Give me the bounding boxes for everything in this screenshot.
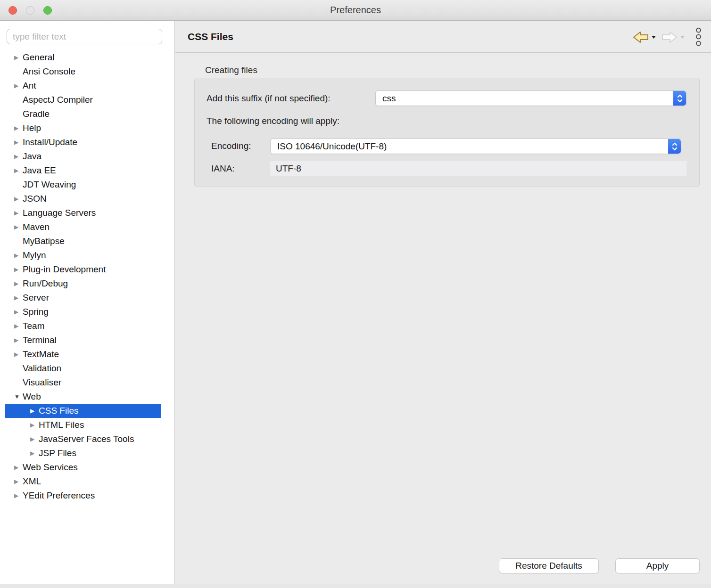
preference-tree: ▶GeneralAnsi Console▶AntAspectJ Compiler… xyxy=(0,50,174,503)
tree-item-label: Terminal xyxy=(23,335,57,345)
tree-item-visualiser[interactable]: Visualiser xyxy=(5,376,161,390)
chevron-right-icon[interactable]: ▶ xyxy=(14,224,23,230)
tree-item-json[interactable]: ▶JSON xyxy=(5,192,161,206)
tree-item-label: Mylyn xyxy=(23,250,46,261)
chevron-right-icon[interactable]: ▶ xyxy=(14,280,23,287)
chevron-right-icon[interactable]: ▶ xyxy=(14,266,23,273)
tree-item-ansi-console[interactable]: Ansi Console xyxy=(5,65,161,79)
tree-item-label: XML xyxy=(23,476,41,487)
tree-item-jdt-weaving[interactable]: JDT Weaving xyxy=(5,178,161,192)
tree-item-spring[interactable]: ▶Spring xyxy=(5,305,161,319)
chevron-right-icon[interactable]: ▶ xyxy=(14,492,23,499)
tree-item-yedit-preferences[interactable]: ▶YEdit Preferences xyxy=(5,489,161,503)
tree-item-html-files[interactable]: ▶HTML Files xyxy=(5,418,161,432)
tree-item-team[interactable]: ▶Team xyxy=(5,319,161,333)
chevron-right-icon[interactable]: ▶ xyxy=(14,196,23,202)
tree-item-label: Help xyxy=(23,123,41,133)
tree-item-label: TextMate xyxy=(23,349,59,359)
tree-item-label: Java xyxy=(23,151,41,162)
tree-item-javaserver-faces-tools[interactable]: ▶JavaServer Faces Tools xyxy=(5,432,161,446)
tree-item-java[interactable]: ▶Java xyxy=(5,149,161,163)
chevron-right-icon[interactable]: ▶ xyxy=(14,167,23,174)
restore-defaults-button[interactable]: Restore Defaults xyxy=(499,558,599,573)
tree-item-java-ee[interactable]: ▶Java EE xyxy=(5,163,161,178)
chevron-right-icon[interactable]: ▶ xyxy=(30,436,39,442)
group-title: Creating files xyxy=(205,65,257,75)
chevron-right-icon[interactable]: ▶ xyxy=(14,139,23,146)
tree-item-gradle[interactable]: Gradle xyxy=(5,107,161,121)
chevron-right-icon[interactable]: ▶ xyxy=(14,464,23,471)
tree-item-aspectj-compiler[interactable]: AspectJ Compiler xyxy=(5,93,161,107)
suffix-combo[interactable]: css xyxy=(375,90,686,106)
tree-item-mybatipse[interactable]: MyBatipse xyxy=(5,234,161,248)
page-title: CSS Files xyxy=(188,31,233,42)
tree-item-label: General xyxy=(23,52,55,63)
tree-item-label: MyBatipse xyxy=(23,236,65,246)
tree-item-label: JSP Files xyxy=(39,448,76,458)
chevron-right-icon[interactable]: ▶ xyxy=(14,54,23,61)
tree-item-label: HTML Files xyxy=(39,420,84,430)
combo-stepper-icon[interactable] xyxy=(673,91,686,106)
forward-button xyxy=(660,29,686,45)
back-arrow-icon xyxy=(632,30,649,44)
tree-item-label: Run/Debug xyxy=(23,278,68,289)
tree-item-jsp-files[interactable]: ▶JSP Files xyxy=(5,446,161,460)
tree-item-label: Gradle xyxy=(23,109,50,119)
chevron-right-icon[interactable]: ▶ xyxy=(14,82,23,89)
suffix-label: Add this suffix (if not specified): xyxy=(207,92,331,105)
tree-item-language-servers[interactable]: ▶Language Servers xyxy=(5,206,161,220)
close-button[interactable] xyxy=(8,6,17,15)
apply-button[interactable]: Apply xyxy=(615,558,700,573)
chevron-right-icon[interactable]: ▶ xyxy=(14,337,23,343)
tree-item-label: AspectJ Compiler xyxy=(23,95,93,105)
tree-item-label: JavaServer Faces Tools xyxy=(39,434,134,444)
chevron-right-icon[interactable]: ▶ xyxy=(14,210,23,216)
tree-item-web-services[interactable]: ▶Web Services xyxy=(5,460,161,474)
combo-stepper-icon[interactable] xyxy=(668,139,681,154)
tree-item-label: Ant xyxy=(23,81,36,91)
chevron-right-icon[interactable]: ▶ xyxy=(30,422,39,428)
chevron-right-icon[interactable]: ▶ xyxy=(30,450,39,457)
tree-item-ant[interactable]: ▶Ant xyxy=(5,79,161,93)
tree-item-plug-in-development[interactable]: ▶Plug-in Development xyxy=(5,262,161,277)
zoom-button[interactable] xyxy=(43,6,52,15)
back-button[interactable] xyxy=(631,29,657,45)
tree-item-css-files[interactable]: ▶CSS Files xyxy=(5,404,161,418)
chevron-right-icon[interactable]: ▶ xyxy=(14,323,23,329)
chevron-right-icon[interactable]: ▶ xyxy=(14,351,23,358)
chevron-down-icon[interactable]: ▼ xyxy=(14,393,23,400)
chevron-right-icon[interactable]: ▶ xyxy=(30,408,39,414)
tree-item-label: Visualiser xyxy=(23,377,61,388)
tree-item-server[interactable]: ▶Server xyxy=(5,291,161,305)
minimize-button xyxy=(26,6,34,15)
encoding-combo[interactable]: ISO 10646/Unicode(UTF-8) xyxy=(270,139,681,154)
back-history-caret-icon xyxy=(651,35,656,39)
tree-item-install-update[interactable]: ▶Install/Update xyxy=(5,135,161,149)
tree-item-xml[interactable]: ▶XML xyxy=(5,474,161,489)
tree-item-label: YEdit Preferences xyxy=(23,490,95,501)
chevron-right-icon[interactable]: ▶ xyxy=(14,294,23,301)
preferences-sidebar: ▶GeneralAnsi Console▶AntAspectJ Compiler… xyxy=(0,21,175,584)
tree-item-terminal[interactable]: ▶Terminal xyxy=(5,333,161,347)
chevron-right-icon[interactable]: ▶ xyxy=(14,309,23,315)
tree-item-help[interactable]: ▶Help xyxy=(5,121,161,135)
chevron-right-icon[interactable]: ▶ xyxy=(14,252,23,259)
tree-item-label: JSON xyxy=(23,194,47,204)
view-menu-button[interactable] xyxy=(695,27,702,47)
chevron-right-icon[interactable]: ▶ xyxy=(14,125,23,131)
tree-item-label: Install/Update xyxy=(23,137,77,147)
tree-item-run-debug[interactable]: ▶Run/Debug xyxy=(5,277,161,291)
encoding-intro-label: The following encoding will apply: xyxy=(207,114,339,128)
tree-item-mylyn[interactable]: ▶Mylyn xyxy=(5,248,161,262)
tree-item-maven[interactable]: ▶Maven xyxy=(5,220,161,234)
forward-arrow-icon xyxy=(661,30,678,44)
main-panel: CSS Files xyxy=(175,21,711,584)
tree-item-general[interactable]: ▶General xyxy=(5,50,161,65)
tree-item-web[interactable]: ▼Web xyxy=(5,390,161,404)
tree-item-validation[interactable]: Validation xyxy=(5,361,161,376)
filter-input[interactable] xyxy=(7,29,162,44)
chevron-right-icon[interactable]: ▶ xyxy=(14,153,23,160)
tree-item-textmate[interactable]: ▶TextMate xyxy=(5,347,161,361)
tree-item-label: CSS Files xyxy=(39,406,78,416)
chevron-right-icon[interactable]: ▶ xyxy=(14,478,23,485)
